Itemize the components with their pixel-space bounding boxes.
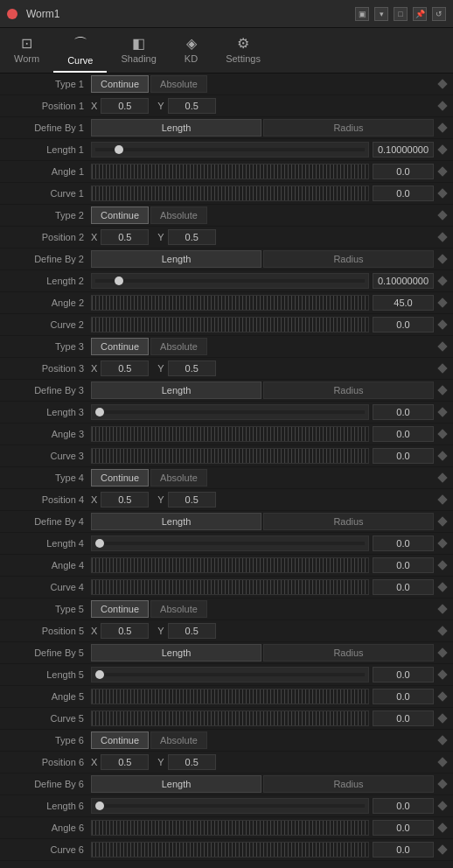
type-1-continue-btn[interactable]: Continue xyxy=(91,75,149,93)
tab-curve[interactable]: ⌒ Curve xyxy=(53,32,107,73)
position-4-y-input[interactable] xyxy=(168,492,216,508)
type-3-continue-btn[interactable]: Continue xyxy=(91,338,149,355)
angle-5-slider[interactable] xyxy=(91,689,369,704)
type-1-diamond xyxy=(436,77,450,91)
window-pin-button[interactable]: 📌 xyxy=(413,7,427,21)
window-reset-button[interactable]: ↺ xyxy=(432,7,446,21)
close-button[interactable] xyxy=(7,9,17,19)
curve-2-value-input[interactable] xyxy=(373,317,434,332)
type-6-continue-btn[interactable]: Continue xyxy=(91,732,149,749)
length-6-thumb[interactable] xyxy=(95,802,104,810)
angle-2-slider[interactable] xyxy=(91,295,369,311)
position-1-content: X Y xyxy=(91,98,434,114)
type-2-continue-btn[interactable]: Continue xyxy=(91,206,149,224)
length-5-value-input[interactable] xyxy=(373,667,434,682)
window-restore-button[interactable]: □ xyxy=(394,7,408,21)
length-2-content xyxy=(91,273,434,289)
angle-5-value-input[interactable] xyxy=(373,689,434,704)
curve-2-slider[interactable] xyxy=(91,317,369,332)
curve-4-value-input[interactable] xyxy=(373,579,434,595)
define-by-4-length-btn[interactable]: Length xyxy=(91,513,261,530)
position-3-y-input[interactable] xyxy=(168,360,216,376)
curve-3-value-input[interactable] xyxy=(373,448,434,464)
type-4-absolute-btn[interactable]: Absolute xyxy=(150,469,207,486)
angle-3-value-input[interactable] xyxy=(373,426,434,442)
length-4-thumb[interactable] xyxy=(95,539,104,548)
define-by-4-radius-btn[interactable]: Radius xyxy=(263,513,434,530)
define-by-2-radius-btn[interactable]: Radius xyxy=(263,250,434,268)
type-2-absolute-btn[interactable]: Absolute xyxy=(150,206,207,224)
length-5-slider[interactable] xyxy=(91,667,369,682)
length-4-value-input[interactable] xyxy=(373,536,434,551)
length-1-thumb[interactable] xyxy=(115,145,123,154)
position-5-y-input[interactable] xyxy=(168,623,216,639)
angle-6-slider[interactable] xyxy=(91,820,369,836)
tab-shading[interactable]: ◧ Shading xyxy=(107,32,170,73)
define-by-1-radius-btn[interactable]: Radius xyxy=(263,119,434,136)
curve-4-slider[interactable] xyxy=(91,579,369,595)
window-dropdown-button[interactable]: ▾ xyxy=(374,7,388,21)
length-1-slider[interactable] xyxy=(91,142,369,158)
type-1-absolute-btn[interactable]: Absolute xyxy=(150,75,207,93)
curve-3-slider[interactable] xyxy=(91,448,369,464)
position-5-x-input[interactable] xyxy=(101,623,149,639)
angle-4-slider[interactable] xyxy=(91,557,369,573)
length-1-value-input[interactable] xyxy=(373,142,434,158)
curve-1-slider[interactable] xyxy=(91,186,369,201)
position-1-y-input[interactable] xyxy=(168,98,216,114)
define-by-5-length-btn[interactable]: Length xyxy=(91,644,261,662)
position-4-x-input[interactable] xyxy=(101,492,149,508)
length-2-value-input[interactable] xyxy=(373,273,434,289)
curve-6-slider[interactable] xyxy=(91,842,369,858)
length-5-thumb[interactable] xyxy=(95,670,104,679)
define-by-3-length-btn[interactable]: Length xyxy=(91,382,261,399)
define-by-5-radius-btn[interactable]: Radius xyxy=(263,644,434,662)
type-5-absolute-btn[interactable]: Absolute xyxy=(150,600,207,618)
define-by-3-radius-btn[interactable]: Radius xyxy=(263,382,434,399)
length-3-slider[interactable] xyxy=(91,404,369,420)
define-by-2-length-btn[interactable]: Length xyxy=(91,250,261,268)
position-2-y-input[interactable] xyxy=(168,229,216,245)
tab-kd[interactable]: ◈ KD xyxy=(171,32,212,73)
define-by-1-length-btn[interactable]: Length xyxy=(91,119,261,136)
angle-3-slider[interactable] xyxy=(91,426,369,442)
type-6-absolute-btn[interactable]: Absolute xyxy=(150,732,207,749)
length-4-slider[interactable] xyxy=(91,536,369,551)
length-4-content xyxy=(91,536,434,551)
curve-1-value-input[interactable] xyxy=(373,186,434,201)
angle-2-value-input[interactable] xyxy=(373,295,434,311)
curve-5-slider[interactable] xyxy=(91,710,369,726)
position-3-x-input[interactable] xyxy=(101,360,149,376)
position-4-content: X Y xyxy=(91,492,434,508)
curve-5-value-input[interactable] xyxy=(373,710,434,726)
type-5-continue-btn[interactable]: Continue xyxy=(91,600,149,618)
shading-tab-icon: ◧ xyxy=(132,35,145,52)
define-by-6-length-btn[interactable]: Length xyxy=(91,775,261,793)
angle-4-value-input[interactable] xyxy=(373,557,434,573)
length-6-value-input[interactable] xyxy=(373,798,434,814)
length-3-value-input[interactable] xyxy=(373,404,434,420)
length-6-diamond xyxy=(436,799,450,813)
define-by-1-diamond xyxy=(436,121,450,135)
type-4-continue-btn[interactable]: Continue xyxy=(91,469,149,486)
position-6-x-input[interactable] xyxy=(101,754,149,770)
position-5-label: Position 5 xyxy=(3,626,91,636)
angle-1-row: Angle 1 xyxy=(0,161,453,183)
type-3-absolute-btn[interactable]: Absolute xyxy=(150,338,207,355)
curve-6-value-input[interactable] xyxy=(373,842,434,858)
angle-1-value-input[interactable] xyxy=(373,164,434,179)
tab-settings[interactable]: ⚙ Settings xyxy=(212,32,275,73)
length-4-row: Length 4 xyxy=(0,533,453,555)
window-layout-button[interactable]: ▣ xyxy=(355,7,369,21)
angle-6-value-input[interactable] xyxy=(373,820,434,836)
length-2-slider[interactable] xyxy=(91,273,369,289)
length-3-thumb[interactable] xyxy=(95,408,104,416)
tab-worm[interactable]: ⊡ Worm xyxy=(0,32,53,73)
length-6-slider[interactable] xyxy=(91,798,369,814)
length-2-thumb[interactable] xyxy=(115,276,123,285)
position-6-y-input[interactable] xyxy=(168,754,216,770)
define-by-6-radius-btn[interactable]: Radius xyxy=(263,775,434,793)
angle-1-slider[interactable] xyxy=(91,164,369,179)
position-1-x-input[interactable] xyxy=(101,98,149,114)
position-2-x-input[interactable] xyxy=(101,229,149,245)
